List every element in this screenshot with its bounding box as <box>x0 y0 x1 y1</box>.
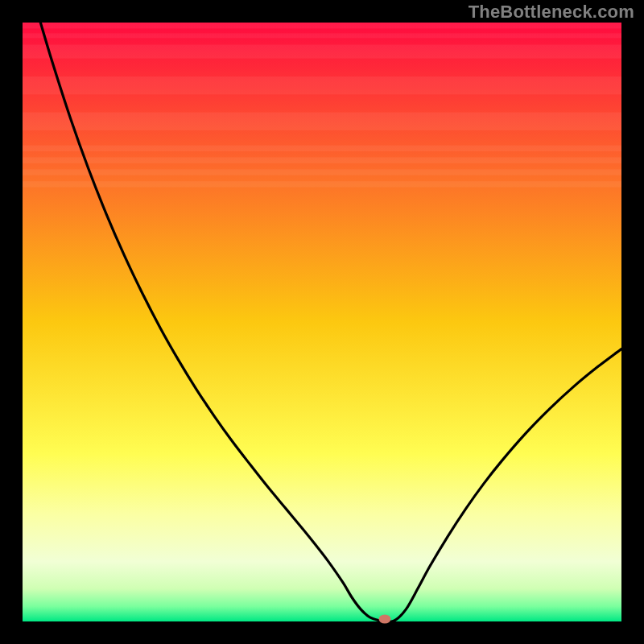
chart-frame: TheBottleneck.com <box>0 0 644 644</box>
chart-svg <box>23 23 621 621</box>
svg-rect-10 <box>23 76 621 94</box>
svg-rect-13 <box>23 38 621 44</box>
svg-rect-9 <box>23 94 621 112</box>
svg-rect-16 <box>23 23 621 28</box>
svg-rect-14 <box>23 33 621 38</box>
optimum-marker <box>379 615 391 624</box>
background-bands <box>23 23 621 188</box>
svg-rect-4 <box>23 157 621 163</box>
svg-rect-12 <box>23 45 621 59</box>
svg-rect-15 <box>23 28 621 33</box>
svg-rect-2 <box>23 169 621 175</box>
svg-rect-5 <box>23 151 621 157</box>
svg-rect-1 <box>23 175 621 181</box>
svg-rect-0 <box>23 181 621 187</box>
svg-rect-11 <box>23 59 621 76</box>
svg-rect-6 <box>23 146 621 151</box>
svg-rect-7 <box>23 130 621 146</box>
svg-rect-3 <box>23 163 621 169</box>
watermark-text: TheBottleneck.com <box>469 2 634 23</box>
plot-area <box>23 23 621 621</box>
svg-rect-8 <box>23 113 621 130</box>
